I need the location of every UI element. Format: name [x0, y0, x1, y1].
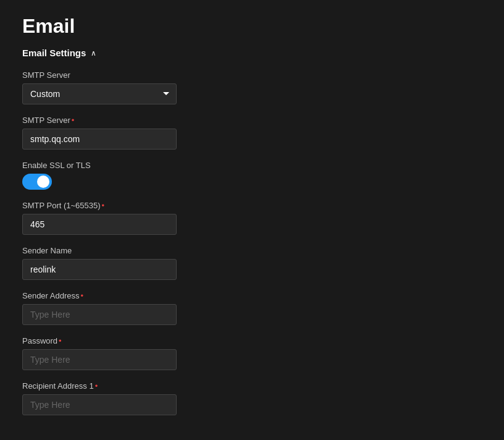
sender-name-input[interactable] — [22, 259, 177, 280]
ssl-toggle[interactable] — [22, 174, 52, 190]
smtp-server-input[interactable] — [22, 129, 177, 150]
sender-address-input[interactable] — [22, 304, 177, 325]
ssl-tls-label: Enable SSL or TLS — [22, 161, 482, 170]
recipient-address-label: Recipient Address 1• — [22, 381, 482, 391]
required-indicator: • — [102, 201, 105, 210]
smtp-server-input-label: SMTP Server• — [22, 116, 482, 125]
smtp-port-group: SMTP Port (1~65535)• — [22, 201, 482, 235]
ssl-toggle-container — [22, 174, 482, 190]
page-title: Email — [22, 15, 482, 38]
smtp-server-select-group: SMTP Server Custom Gmail Yahoo Outlook — [22, 70, 482, 104]
smtp-port-input[interactable] — [22, 214, 177, 235]
required-indicator: • — [95, 381, 98, 391]
smtp-port-label: SMTP Port (1~65535)• — [22, 201, 482, 210]
recipient-address-input[interactable] — [22, 394, 177, 415]
recipient-address-group: Recipient Address 1• — [22, 381, 482, 415]
required-indicator: • — [81, 291, 84, 300]
password-label: Password• — [22, 336, 482, 345]
ssl-tls-group: Enable SSL or TLS — [22, 161, 482, 190]
sender-name-group: Sender Name — [22, 246, 482, 280]
smtp-server-select-label: SMTP Server — [22, 70, 482, 80]
sender-name-label: Sender Name — [22, 246, 482, 255]
password-input[interactable] — [22, 349, 177, 370]
section-header-label: Email Settings — [22, 48, 86, 58]
chevron-up-icon: ∧ — [91, 49, 96, 57]
sender-address-group: Sender Address• — [22, 291, 482, 325]
password-group: Password• — [22, 336, 482, 370]
toggle-slider — [22, 174, 52, 190]
required-indicator: • — [72, 116, 75, 125]
email-settings-section-header[interactable]: Email Settings ∧ — [22, 48, 482, 58]
smtp-server-select[interactable]: Custom Gmail Yahoo Outlook — [22, 83, 177, 104]
required-indicator: • — [59, 336, 62, 345]
smtp-server-input-group: SMTP Server• — [22, 116, 482, 150]
sender-address-label: Sender Address• — [22, 291, 482, 300]
